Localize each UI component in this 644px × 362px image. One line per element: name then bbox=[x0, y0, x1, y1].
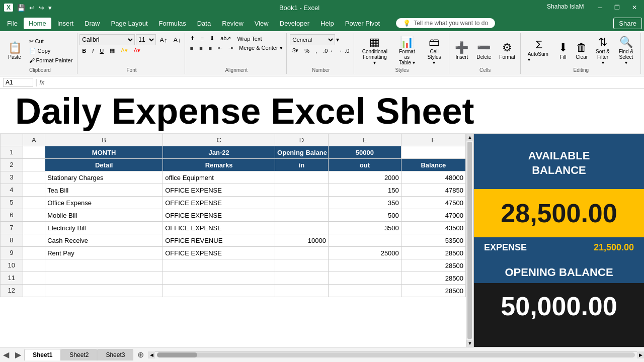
close-button[interactable]: ✕ bbox=[629, 3, 640, 12]
sheet-tab-sheet1[interactable]: Sheet1 bbox=[24, 349, 61, 360]
hscroll-thumb[interactable] bbox=[157, 352, 197, 357]
cell-11-e[interactable] bbox=[328, 272, 401, 285]
add-sheet-button[interactable]: ⊕ bbox=[133, 348, 148, 361]
restore-button[interactable]: ❐ bbox=[611, 3, 623, 12]
prev-sheet-arrow[interactable]: ◀ bbox=[0, 350, 12, 359]
merge-center-btn[interactable]: Merge & Center ▾ bbox=[236, 44, 285, 52]
scroll-up-arrow[interactable]: ▲ bbox=[466, 134, 473, 141]
cell-1-d[interactable]: Opening Balane bbox=[275, 146, 329, 159]
menu-insert[interactable]: Insert bbox=[52, 18, 79, 29]
format-painter-button[interactable]: 🖌 Format Painter bbox=[27, 56, 75, 64]
autosum-button[interactable]: Σ AutoSum ▾ bbox=[525, 38, 553, 63]
currency-btn[interactable]: $▾ bbox=[290, 46, 301, 55]
share-button[interactable]: Share bbox=[613, 18, 642, 29]
align-center-btn[interactable]: ≡ bbox=[197, 44, 205, 52]
fill-color-button[interactable]: A▾ bbox=[118, 46, 130, 55]
col-header-a[interactable]: A bbox=[23, 134, 45, 146]
decrease-decimal-btn[interactable]: ←.0 bbox=[337, 47, 352, 55]
font-family-select[interactable]: Calibri bbox=[79, 34, 135, 45]
vertical-scrollbar[interactable]: ▲ ▼ bbox=[466, 134, 473, 347]
cell-12-d[interactable] bbox=[275, 285, 329, 297]
cell-2-col-0[interactable]: Detail bbox=[45, 159, 163, 171]
formula-input[interactable] bbox=[46, 78, 641, 86]
insert-cells-button[interactable]: ➕ Insert bbox=[452, 41, 471, 61]
cell-8-a[interactable] bbox=[23, 234, 45, 247]
orientation-btn[interactable]: ab↗ bbox=[218, 34, 233, 43]
name-box[interactable] bbox=[3, 78, 33, 87]
border-button[interactable]: ▦ bbox=[107, 46, 117, 55]
cell-7-e[interactable]: 3500 bbox=[328, 222, 401, 234]
cell-4-e[interactable]: 150 bbox=[328, 184, 401, 197]
conditional-formatting-button[interactable]: ▦ ConditionalFormatting ▾ bbox=[358, 36, 391, 66]
cell-8-d[interactable]: 10000 bbox=[275, 234, 329, 247]
cell-2-a[interactable] bbox=[23, 159, 45, 171]
cell-11-d[interactable] bbox=[275, 272, 329, 285]
menu-draw[interactable]: Draw bbox=[79, 18, 105, 29]
cell-7-c[interactable]: OFFICE EXPENSE bbox=[163, 222, 275, 234]
cell-9-b[interactable]: Rent Pay bbox=[45, 247, 163, 259]
cell-2-col-2[interactable]: in bbox=[275, 159, 329, 171]
cell-4-d[interactable] bbox=[275, 184, 329, 197]
paste-button[interactable]: 📋 Paste bbox=[5, 41, 25, 61]
cell-1-b[interactable]: MONTH bbox=[45, 146, 163, 159]
cell-3-d[interactable] bbox=[275, 171, 329, 184]
cell-5-c[interactable]: OFFICE EXPENSE bbox=[163, 197, 275, 209]
cell-10-e[interactable] bbox=[328, 259, 401, 272]
delete-cells-button[interactable]: ➖ Delete bbox=[473, 41, 494, 61]
cell-7-b[interactable]: Electricity Bill bbox=[45, 222, 163, 234]
cell-3-b[interactable]: Stationary Charges bbox=[45, 171, 163, 184]
cell-9-c[interactable]: OFFICE EXPENSE bbox=[163, 247, 275, 259]
cut-button[interactable]: ✂ Cut bbox=[27, 37, 75, 46]
align-middle-btn[interactable]: ≡ bbox=[198, 35, 206, 43]
cell-styles-button[interactable]: 🗃 CellStyles ▾ bbox=[423, 36, 445, 66]
cell-1-e[interactable]: 50000 bbox=[328, 146, 401, 159]
cell-12-a[interactable] bbox=[23, 285, 45, 297]
scroll-thumb[interactable] bbox=[467, 142, 472, 339]
cell-10-c[interactable] bbox=[163, 259, 275, 272]
menu-file[interactable]: File bbox=[2, 18, 23, 29]
cell-7-d[interactable] bbox=[275, 222, 329, 234]
percent-btn[interactable]: % bbox=[302, 47, 312, 55]
menu-data[interactable]: Data bbox=[192, 18, 216, 29]
format-as-table-button[interactable]: 📊 Format asTable ▾ bbox=[393, 36, 421, 66]
scroll-down-arrow[interactable]: ▼ bbox=[466, 340, 473, 347]
bold-button[interactable]: B bbox=[79, 47, 89, 55]
cell-5-f[interactable]: 47500 bbox=[401, 197, 465, 209]
indent-increase-btn[interactable]: ⇥ bbox=[226, 44, 235, 52]
horizontal-scrollbar[interactable]: ◀ ▶ bbox=[148, 351, 644, 358]
quick-access-more[interactable]: ▾ bbox=[48, 4, 52, 12]
cell-12-c[interactable] bbox=[163, 285, 275, 297]
clear-button[interactable]: 🗑 Clear bbox=[573, 41, 591, 61]
font-size-select[interactable]: 11 bbox=[136, 34, 156, 45]
cell-12-b[interactable] bbox=[45, 285, 163, 297]
cell-5-d[interactable] bbox=[275, 197, 329, 209]
menu-power-pivot[interactable]: Power Pivot bbox=[340, 18, 385, 29]
cell-4-a[interactable] bbox=[23, 184, 45, 197]
cell-2-col-1[interactable]: Remarks bbox=[163, 159, 275, 171]
cell-10-b[interactable] bbox=[45, 259, 163, 272]
sheet-tab-sheet3[interactable]: Sheet3 bbox=[97, 349, 133, 360]
cell-9-f[interactable]: 28500 bbox=[401, 247, 465, 259]
menu-developer[interactable]: Developer bbox=[275, 18, 314, 29]
cell-4-f[interactable]: 47850 bbox=[401, 184, 465, 197]
cell-6-b[interactable]: Mobile Bill bbox=[45, 209, 163, 222]
number-format-select[interactable]: General bbox=[290, 34, 335, 45]
cell-9-d[interactable] bbox=[275, 247, 329, 259]
wrap-text-btn[interactable]: Wrap Text bbox=[234, 35, 264, 43]
cell-3-e[interactable]: 2000 bbox=[328, 171, 401, 184]
col-header-c[interactable]: C bbox=[163, 134, 275, 146]
cell-10-d[interactable] bbox=[275, 259, 329, 272]
indent-decrease-btn[interactable]: ⇤ bbox=[215, 44, 225, 52]
cell-1-a[interactable] bbox=[23, 146, 45, 159]
cell-7-f[interactable]: 43500 bbox=[401, 222, 465, 234]
copy-button[interactable]: 📄 Copy bbox=[27, 47, 75, 55]
cell-1-f[interactable] bbox=[401, 146, 465, 159]
menu-view[interactable]: View bbox=[250, 18, 274, 29]
cell-5-a[interactable] bbox=[23, 197, 45, 209]
menu-review[interactable]: Review bbox=[217, 18, 249, 29]
cell-1-c[interactable]: Jan-22 bbox=[163, 146, 275, 159]
cell-8-e[interactable] bbox=[328, 234, 401, 247]
cell-12-f[interactable]: 28500 bbox=[401, 285, 465, 297]
col-header-e[interactable]: E bbox=[328, 134, 401, 146]
comma-btn[interactable]: , bbox=[313, 47, 319, 55]
